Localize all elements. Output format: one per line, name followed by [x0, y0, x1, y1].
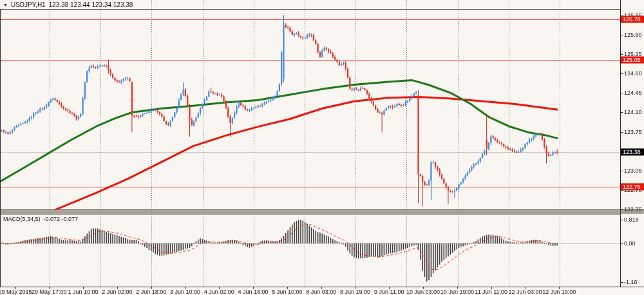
- macd-indicator-label: MACD(5,34,5) -0.072 -0.077: [3, 216, 78, 222]
- time-axis-label: 11 Jun 11:00: [475, 289, 507, 295]
- price-axis-tick-label: 124.10: [624, 109, 642, 115]
- time-axis-label: 4 Jun 18:00: [238, 289, 269, 295]
- price-axis-tick-label: 122.35: [624, 206, 642, 213]
- price-axis-tick-label: 123.75: [624, 129, 642, 135]
- time-axis-label: 5 Jun 10:00: [272, 289, 302, 295]
- price-axis-tick-label: 124.45: [624, 90, 642, 96]
- time-axis-label: 1 Jun 10:00: [68, 289, 99, 295]
- price-axis-tick-label: 125.50: [624, 32, 642, 38]
- time-axis-label: 2 Jun 18:00: [136, 289, 166, 295]
- time-axis-label: 3 Jun 10:00: [170, 289, 200, 295]
- mt4-chart-window: ▼ USDJPY,H1 123.38 123.44 123.34 123.38 …: [0, 0, 644, 295]
- price-axis-tick-label: 123.05: [624, 167, 642, 174]
- macd-name: MACD(5,34,5): [3, 216, 41, 222]
- hline-price-badge: 125.78: [621, 16, 644, 23]
- time-axis-label: 12 Jun 03:00: [508, 289, 542, 295]
- chart-symbol-dropdown-icon: ▼: [3, 2, 8, 8]
- chart-ohlc-quote: 123.38 123.44 123.34 123.38: [49, 1, 133, 8]
- time-axis-label: 2 Jun 02:00: [102, 289, 132, 295]
- macd-values: -0.072 -0.077: [44, 216, 79, 222]
- time-axis-label: 29 May 17:00: [32, 289, 67, 295]
- time-axis-label: 4 Jun 02:00: [204, 289, 234, 295]
- price-axis-tick-label: 124.80: [624, 70, 642, 77]
- time-axis-label: 9 Jun 11:00: [374, 289, 404, 295]
- chart-title: ▼ USDJPY,H1 123.38 123.44 123.34 123.38: [3, 1, 133, 8]
- hline-price-badge: 125.05: [621, 56, 644, 63]
- time-axis-label: 8 Jun 03:00: [306, 289, 336, 295]
- macd-scale-label: -1.16: [624, 279, 638, 285]
- time-axis-label: 10 Jun 19:00: [440, 289, 474, 295]
- chart-symbol-label: USDJPY,H1: [11, 1, 46, 8]
- time-axis-label: 8 Jun 19:00: [340, 289, 370, 295]
- current-price-badge: 123.38: [621, 149, 644, 156]
- hline-price-badge: 122.76: [621, 183, 644, 190]
- macd-scale-label: 0.818: [624, 216, 639, 223]
- price-chart-canvas[interactable]: [0, 0, 644, 295]
- macd-scale-label: 0.00: [624, 240, 636, 247]
- time-axis-label: 12 Jun 19:00: [542, 289, 576, 295]
- time-axis-label: 10 Jun 03:00: [406, 289, 440, 295]
- time-axis-label: 29 May 2015: [0, 289, 32, 295]
